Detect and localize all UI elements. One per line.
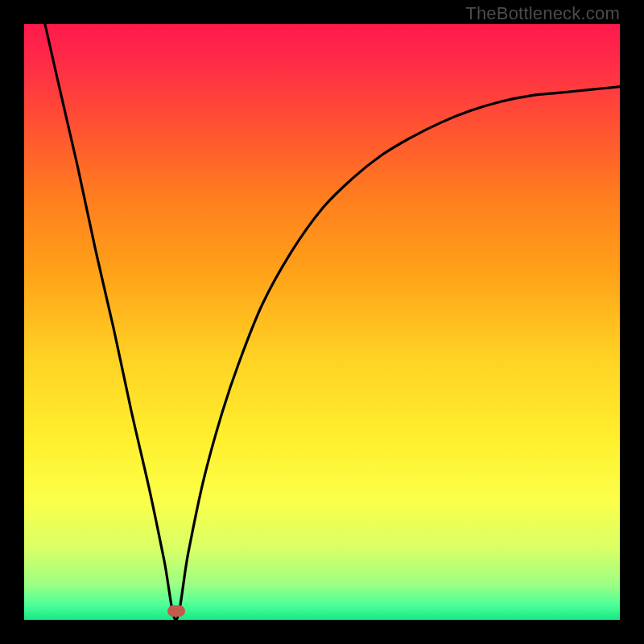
optimal-marker bbox=[167, 605, 185, 617]
chart-frame bbox=[24, 24, 620, 620]
watermark-text: TheBottleneck.com bbox=[465, 3, 620, 24]
gradient-background bbox=[24, 24, 620, 620]
bottleneck-chart bbox=[24, 24, 620, 620]
